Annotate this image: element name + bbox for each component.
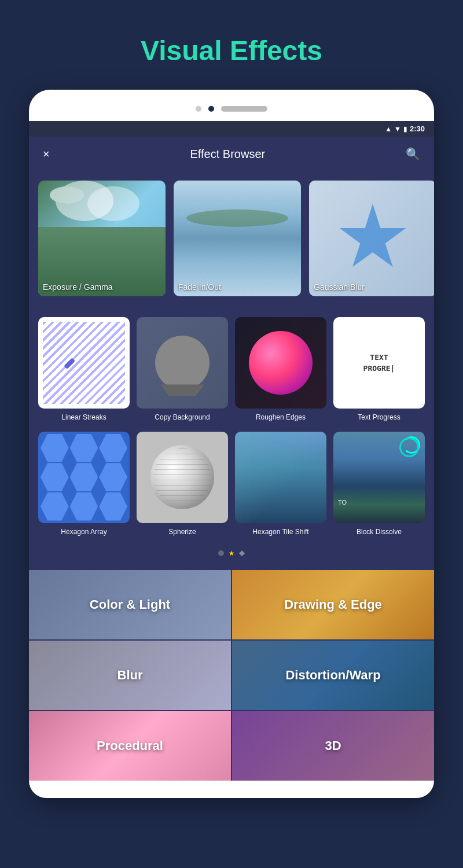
effect-item-roughen[interactable]: Roughen Edges [235,317,326,422]
hex-cell [99,463,127,491]
phone-top-bar [29,101,434,121]
phone-speaker [221,106,267,112]
hex-cell [41,463,69,491]
hex-grid [38,432,130,523]
effect-label-copy-bg: Copy Background [155,413,210,422]
effects-grid-row1: Linear Streaks Copy Background Roughen E… [38,317,425,422]
text-progress-line2: PROGRE| [363,364,395,373]
hex-cell [99,434,127,462]
dissolve-spinner-icon [403,436,420,454]
dissolve-to-label: TO [338,499,347,506]
copy-bg-sphere [155,336,210,391]
category-label-procedural: Procedural [97,738,163,753]
category-color-light[interactable]: Color & Light [29,570,231,639]
spherize-ball [150,445,215,509]
effects-grid-row2: Hexagon Array Spherize Hexagon Tile Shif… [38,432,425,537]
page-dot-2[interactable] [229,550,234,556]
hex-cell [41,434,69,462]
hex-cell [70,492,98,521]
effect-label-spherize: Spherize [168,528,196,537]
hex-cell [41,492,69,521]
status-icons: ▲ ▼ ▮ 2:30 [385,124,425,133]
effect-label-text-progress: Text Progress [358,413,400,422]
effect-item-linear-streaks[interactable]: Linear Streaks [38,317,130,422]
preview-label-fade: Fade In/Out [178,282,221,292]
category-blur[interactable]: Blur [29,641,231,710]
battery-icon: ▮ [403,125,407,133]
phone-bottom [29,781,434,798]
phone-dot [196,106,201,112]
page-title: Visual Effects [0,0,463,90]
effect-thumb-hexagon-tile [235,432,326,523]
effect-thumb-block-dissolve: TO [333,432,425,523]
effect-thumb-linear-streaks [38,317,130,409]
close-button[interactable]: × [41,145,52,163]
category-label-blur: Blur [117,668,143,683]
effect-item-hexagon-tile[interactable]: Hexagon Tile Shift [235,432,326,537]
hex-cell [70,434,98,462]
effect-label-linear-streaks: Linear Streaks [61,413,106,422]
effect-label-block-dissolve: Block Dissolve [357,528,402,537]
phone-frame: ▲ ▼ ▮ 2:30 × Effect Browser 🔍 Exposure /… [29,90,434,798]
wifi-icon: ▼ [394,125,401,133]
text-progress-line1: TEXT [370,353,388,362]
effect-item-copy-bg[interactable]: Copy Background [137,317,228,422]
effect-thumb-roughen [235,317,326,409]
category-procedural[interactable]: Procedural [29,711,231,781]
signal-icon: ▲ [385,125,392,133]
hex-cell [99,492,127,521]
category-distortion[interactable]: Distortion/Warp [232,641,434,710]
effect-item-hexagon-array[interactable]: Hexagon Array [38,432,130,537]
preview-card-gaussian[interactable]: Gaussian Blur [309,181,434,296]
effect-thumb-copy-bg [137,317,228,409]
phone-camera [208,106,214,112]
app-bar-title: Effect Browser [190,148,266,161]
gaussian-blur-star [338,204,407,273]
hex-cell [70,463,98,491]
effect-thumb-hexagon-array [38,432,130,523]
preview-section: Exposure / Gamma Fade In/Out Gaussian Bl… [29,171,434,308]
effect-item-spherize[interactable]: Spherize [137,432,228,537]
category-label-3d: 3D [325,738,341,753]
preview-card-exposure[interactable]: Exposure / Gamma [38,181,166,296]
category-3d[interactable]: 3D [232,711,434,781]
effect-thumb-spherize [137,432,228,523]
app-bar: × Effect Browser 🔍 [29,137,434,171]
roughen-sphere [249,331,313,395]
effect-item-text-progress[interactable]: TEXT PROGRE| Text Progress [333,317,425,422]
preview-label-gaussian: Gaussian Blur [314,282,365,292]
category-label-distortion: Distortion/Warp [285,668,380,683]
effect-label-hexagon-tile: Hexagon Tile Shift [252,528,308,537]
pagination [38,546,425,561]
category-label-color-light: Color & Light [90,597,170,612]
effect-label-roughen: Roughen Edges [256,413,306,422]
effect-label-hexagon-array: Hexagon Array [61,528,106,537]
category-label-drawing-edge: Drawing & Edge [284,597,382,612]
page-dot-3[interactable] [239,550,245,556]
search-button[interactable]: 🔍 [403,145,422,163]
category-grid: Color & Light Drawing & Edge Blur Distor… [29,570,434,781]
status-bar: ▲ ▼ ▮ 2:30 [29,121,434,137]
category-drawing-edge[interactable]: Drawing & Edge [232,570,434,639]
effect-item-block-dissolve[interactable]: TO Block Dissolve [333,432,425,537]
page-dot-1[interactable] [218,550,224,556]
preview-label-exposure: Exposure / Gamma [43,282,113,292]
effects-section: Linear Streaks Copy Background Roughen E… [29,308,434,570]
time-display: 2:30 [410,124,425,133]
effect-thumb-text-progress: TEXT PROGRE| [333,317,425,409]
category-section: Color & Light Drawing & Edge Blur Distor… [29,570,434,781]
preview-card-fade[interactable]: Fade In/Out [174,181,301,296]
